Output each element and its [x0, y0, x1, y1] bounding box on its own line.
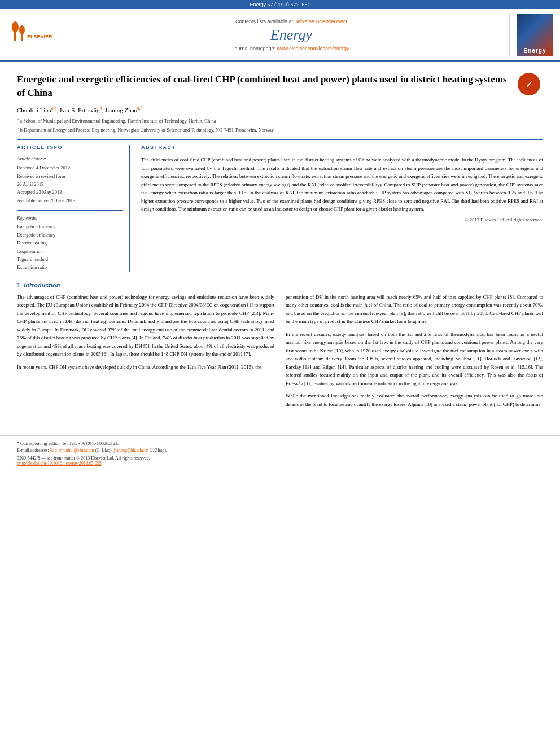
svg-point-1	[12, 21, 19, 33]
keyword-6: Extraction ratio	[17, 263, 123, 271]
article-info-header: ARTICLE INFO	[17, 145, 123, 152]
received-date: Received 4 December 2012	[17, 164, 123, 172]
introduction-section: 1. Introduction The advantages of CHP (c…	[17, 282, 543, 413]
keywords-label: Keywords:	[17, 215, 123, 221]
elsevier-logo-area: ELSEVIER	[6, 14, 73, 56]
keyword-3: District heating	[17, 239, 123, 247]
article-title: Energetic and exergetic efficiencies of …	[17, 73, 543, 100]
affiliation-b: b b Department of Energy and Process Eng…	[17, 125, 543, 134]
corresponding-author-note: * Corresponding author. Tel./fax: +86 (0…	[17, 440, 543, 454]
keyword-1: Energetic efficiency	[17, 222, 123, 230]
doi-link[interactable]: http://dx.doi.org/10.1016/j.energy.2013.…	[17, 461, 543, 466]
keyword-4: Cogeneration	[17, 247, 123, 255]
journal-info: Contents lists available at SciVerse Sci…	[79, 14, 504, 56]
page-footer: * Corresponding author. Tel./fax: +86 (0…	[0, 435, 560, 466]
intro-para-4: In the recent decades, exergy analysis, …	[286, 330, 543, 388]
abstract-text: The efficiencies of coal-fired CHP (comb…	[141, 156, 543, 213]
journal-citation: Energy 57 (2013) 671–681	[0, 0, 560, 9]
keyword-2: Exergetic efficiency	[17, 231, 123, 239]
section-number: 1. Introduction	[17, 282, 543, 289]
crossmark-icon: ✓	[518, 73, 540, 95]
svg-point-3	[19, 25, 25, 34]
copyright-notice: © 2013 Elsevier Ltd. All rights reserved…	[141, 217, 543, 222]
intro-body: The advantages of CHP (combined heat and…	[17, 293, 543, 413]
intro-para-1: The advantages of CHP (combined heat and…	[17, 293, 274, 359]
journal-cover: Energy	[509, 14, 554, 56]
elsevier-logo-svg: ELSEVIER	[11, 19, 62, 50]
journal-title: Energy	[270, 27, 312, 43]
article-info-column: ARTICLE INFO Article history: Received 4…	[17, 145, 130, 272]
keyword-5: Taguchi method	[17, 255, 123, 263]
main-content: Energetic and exergetic efficiencies of …	[0, 62, 560, 424]
intro-right-col: penetration of DH in the north heating a…	[286, 293, 543, 413]
received-revised-label: Received in revised form	[17, 172, 123, 180]
affiliations: a a School of Municipal and Environmenta…	[17, 116, 543, 134]
section-divider	[17, 139, 543, 140]
abstract-header: ABSTRACT	[141, 145, 543, 152]
intro-para-3: penetration of DH in the north heating a…	[286, 293, 543, 326]
intro-para-2: In recent years, CHP DH systems have dev…	[17, 363, 274, 372]
sciverse-link: Contents lists available at SciVerse Sci…	[235, 19, 347, 24]
svg-text:ELSEVIER: ELSEVIER	[27, 34, 53, 40]
svg-text:✓: ✓	[526, 80, 532, 89]
accepted-date: Accepted 23 May 2013	[17, 188, 123, 196]
journal-homepage: journal homepage: www.elsevier.com/locat…	[233, 46, 349, 51]
journal-header: ELSEVIER Contents lists available at Sci…	[0, 9, 560, 62]
article-info-abstract-section: ARTICLE INFO Article history: Received 4…	[17, 145, 543, 272]
revised-date: 28 April 2013	[17, 180, 123, 188]
journal-cover-image: Energy	[517, 14, 553, 56]
journal-citation-text: Energy 57 (2013) 671–681	[250, 2, 310, 7]
crossmark-badge[interactable]: ✓	[518, 73, 543, 98]
affiliation-a: a a School of Municipal and Environmenta…	[17, 116, 543, 125]
intro-para-5: While the mentioned investigations mainl…	[286, 392, 543, 408]
keywords-section: Keywords: Energetic efficiency Exergetic…	[17, 210, 123, 272]
issn-notice: 0360-5442/$ — see front matter © 2013 El…	[17, 456, 543, 461]
abstract-column: ABSTRACT The efficiencies of coal-fired …	[141, 145, 543, 272]
intro-left-col: The advantages of CHP (combined heat and…	[17, 293, 274, 413]
available-date: Available online 28 June 2013	[17, 196, 123, 204]
article-history-label: Article history:	[17, 156, 123, 161]
authors: Chunhui Liaoa,b, Ivar S. Ertesvågb, Jian…	[17, 106, 543, 113]
keywords-divider	[17, 210, 123, 211]
